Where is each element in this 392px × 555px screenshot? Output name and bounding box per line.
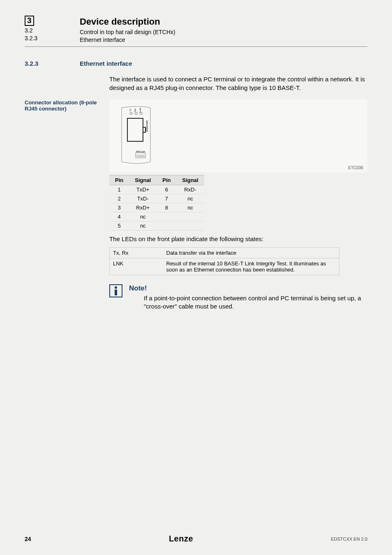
figure-row: Connector allocation (8-pole RJ45 connec… bbox=[25, 99, 367, 173]
connector-figure: Tx Rx Link Ethernet MACadr ETC036 bbox=[109, 99, 367, 173]
signal-header: Signal bbox=[129, 175, 157, 185]
table-row: 3 RxD+ 8 nc bbox=[109, 203, 204, 212]
table-row: 4 nc bbox=[109, 212, 204, 221]
info-icon bbox=[109, 284, 122, 297]
svg-text:Link: Link bbox=[139, 107, 141, 112]
table-row: 2 TxD- 7 nc bbox=[109, 194, 204, 203]
svg-text:Rx: Rx bbox=[134, 108, 136, 111]
pin-table-wrap: Pin Signal Pin Signal 1 TxD+ 6 RxD- 2 Tx… bbox=[109, 175, 367, 230]
svg-point-0 bbox=[130, 112, 132, 115]
led-intro-text: The LEDs on the front plate indicate the… bbox=[109, 235, 367, 242]
svg-text:Ethernet: Ethernet bbox=[145, 120, 148, 131]
figure-side-label: Connector allocation (8-pole RJ45 connec… bbox=[25, 99, 99, 112]
note-body: If a point-to-point connection between c… bbox=[144, 294, 367, 311]
header-numbers: 3 3.2 3.2.3 bbox=[25, 16, 68, 44]
section-number: 3.2 bbox=[25, 27, 32, 34]
svg-rect-6 bbox=[127, 118, 143, 141]
page-header: 3 3.2 3.2.3 Device description Control i… bbox=[25, 16, 367, 44]
section-intro-paragraph: The interface is used to connect a PC te… bbox=[109, 75, 367, 92]
chapter-title: Device description bbox=[80, 16, 367, 28]
figure-caption: ETC036 bbox=[348, 166, 363, 170]
chapter-number: 3 bbox=[25, 16, 34, 26]
section-heading-title: Ethernet interface bbox=[80, 60, 132, 67]
section-heading-number: 3.2.3 bbox=[25, 60, 68, 67]
section-title-text: Control in top hat rail design (ETCHx) bbox=[80, 28, 367, 36]
svg-text:Tx: Tx bbox=[129, 109, 131, 112]
section-heading: 3.2.3 Ethernet interface bbox=[25, 60, 367, 67]
note-box: Note! If a point-to-point connection bet… bbox=[109, 284, 367, 311]
table-row: 5 nc bbox=[109, 221, 204, 230]
page-number: 24 bbox=[25, 536, 31, 542]
table-row: Tx, Rx Data transfer via the interface bbox=[110, 247, 339, 258]
pin-allocation-table: Pin Signal Pin Signal 1 TxD+ 6 RxD- 2 Tx… bbox=[109, 175, 204, 230]
header-divider bbox=[25, 46, 367, 47]
subsection-number: 3.2.3 bbox=[25, 35, 37, 41]
signal-header-2: Signal bbox=[176, 175, 204, 185]
pin-header-2: Pin bbox=[157, 175, 176, 185]
svg-point-1 bbox=[135, 112, 137, 115]
brand-logo: Lenze bbox=[169, 534, 193, 543]
table-row: 1 TxD+ 6 RxD- bbox=[109, 185, 204, 194]
pin-header: Pin bbox=[109, 175, 129, 185]
note-title: Note! bbox=[129, 284, 367, 292]
page-footer: 24 Lenze EDSTCXX EN 2.0 bbox=[25, 534, 367, 543]
rj45-connector-drawing: Tx Rx Link Ethernet MACadr bbox=[114, 104, 164, 166]
note-text: Note! If a point-to-point connection bet… bbox=[129, 284, 367, 311]
document-id: EDSTCXX EN 2.0 bbox=[331, 537, 367, 541]
table-row: LNK Result of the internal 10 BASE-T Lin… bbox=[110, 258, 339, 275]
svg-text:MACadr: MACadr bbox=[136, 150, 145, 153]
led-states-table: Tx, Rx Data transfer via the interface L… bbox=[109, 247, 339, 275]
subsection-title-text: Ethernet interface bbox=[80, 36, 367, 44]
header-titles: Device description Control in top hat ra… bbox=[80, 16, 367, 44]
